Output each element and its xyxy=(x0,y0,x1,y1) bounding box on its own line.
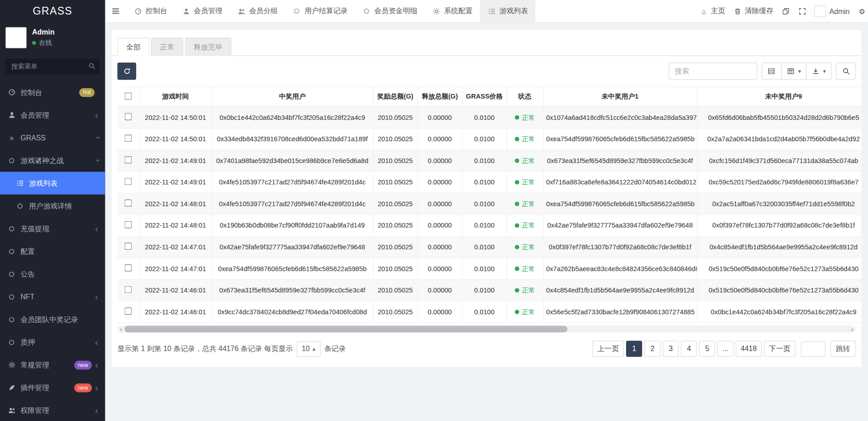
sidebar-item[interactable]: 常规管理new‹ xyxy=(0,353,105,376)
sidebar-item[interactable]: 充值提现‹ xyxy=(0,217,105,240)
row-checkbox[interactable] xyxy=(125,307,132,315)
row-checkbox[interactable] xyxy=(125,221,132,228)
scroll-left-arrow[interactable]: ‹ xyxy=(118,326,125,332)
toggle-view-button[interactable] xyxy=(762,63,782,80)
jump-page-input[interactable] xyxy=(801,341,825,357)
cell-released-total: 0.00000 xyxy=(417,301,462,323)
select-all-checkbox[interactable] xyxy=(125,92,132,99)
table-row: 2022-11-02 14:48:010x4fe51053977c217ad27… xyxy=(118,193,862,215)
sidebar-item[interactable]: 游戏诸神之战‹ xyxy=(0,149,105,172)
sidebar-item[interactable]: 会员管理‹ xyxy=(0,104,105,126)
page-size-dropdown[interactable]: 10 ▴ xyxy=(297,341,320,357)
topnav-items: 控制台会员管理会员分组用户结算记录会员资金明细系统配置游戏列表 xyxy=(126,0,535,22)
page-button[interactable]: 5 xyxy=(699,341,715,357)
row-checkbox[interactable] xyxy=(125,156,132,163)
export-button[interactable]: ▾ xyxy=(806,63,831,80)
row-checkbox[interactable] xyxy=(125,243,132,250)
sidebar-item[interactable]: 插件管理new‹ xyxy=(0,376,105,399)
row-checkbox[interactable] xyxy=(125,113,132,120)
cell-reward-total: 2010.05025 xyxy=(373,150,417,172)
topnav-item[interactable]: 会员资金明细 xyxy=(355,0,425,22)
sidebar-item[interactable]: 控制台hot xyxy=(0,81,105,104)
cell-winner: 0x42ae75fafe9f327775aa33947dfa602ef9e796… xyxy=(211,236,373,258)
cell-checkbox xyxy=(118,279,140,301)
cell-game-time: 2022-11-02 14:50:01 xyxy=(139,128,211,150)
column-header[interactable]: 未中奖用户9 xyxy=(697,87,861,107)
cell-released-total: 0.00000 xyxy=(417,107,462,129)
user-status-label: 在线 xyxy=(39,38,52,48)
sidebar-item-label: NFT xyxy=(20,292,95,301)
clear-cache-link[interactable]: 清除缓存 xyxy=(733,6,773,16)
sidebar-item[interactable]: 会员团队中奖记录 xyxy=(0,308,105,331)
sidebar-item[interactable]: 质押‹ xyxy=(0,331,105,353)
cell-winner: 0xea754df599876065cfeb6d615fbc585622a598… xyxy=(211,258,373,280)
cell-reward-total: 2010.05025 xyxy=(373,258,417,280)
cell-game-time: 2022-11-02 14:49:01 xyxy=(139,150,211,172)
tab[interactable]: 正常 xyxy=(151,38,183,56)
sidebar-item[interactable]: 权限管理‹ xyxy=(0,399,105,421)
row-checkbox[interactable] xyxy=(125,264,132,272)
sidebar-search-input[interactable] xyxy=(5,59,99,74)
page-size-value: 10 xyxy=(302,345,310,353)
refresh-button[interactable] xyxy=(118,63,136,80)
row-checkbox[interactable] xyxy=(125,199,132,207)
column-header[interactable]: GRASS价格 xyxy=(462,87,507,107)
page-button[interactable]: 4418 xyxy=(736,341,761,357)
cell-loser9: 0x0bc1e442c0a624b34bf7fc3f205a16c28f22a4… xyxy=(697,301,861,323)
page-button[interactable]: 4 xyxy=(681,341,697,357)
status-badge: 正常 xyxy=(515,243,535,252)
status-badge: 正常 xyxy=(515,286,535,295)
table-search-input[interactable] xyxy=(669,63,757,80)
column-header[interactable]: 释放总额(G) xyxy=(417,87,462,107)
sidebar-item[interactable]: 用户游戏详情 xyxy=(0,194,105,217)
sidebar-item[interactable]: 公告 xyxy=(0,263,105,285)
cell-grass-price: 0.0100 xyxy=(462,128,507,150)
page-button[interactable]: 2 xyxy=(644,341,660,357)
row-checkbox[interactable] xyxy=(125,178,132,185)
row-checkbox[interactable] xyxy=(125,286,132,293)
topnav-item[interactable]: 控制台 xyxy=(126,0,174,22)
column-header[interactable]: 中奖用户 xyxy=(211,87,373,107)
horizontal-scrollbar[interactable]: ‹ › xyxy=(118,326,856,332)
home-link[interactable]: ⌂ 主页 xyxy=(699,6,725,16)
admin-menu[interactable]: Admin xyxy=(814,5,850,17)
topnav-item[interactable]: 系统配置 xyxy=(425,0,480,22)
sidebar-item[interactable]: »GRASS‹ xyxy=(0,126,105,149)
row-checkbox[interactable] xyxy=(125,134,132,142)
next-page-button[interactable]: 下一页 xyxy=(764,341,796,357)
page-button[interactable]: 1 xyxy=(626,341,642,357)
prev-page-button[interactable]: 上一页 xyxy=(592,341,624,357)
cell-status: 正常 xyxy=(506,172,543,193)
tab[interactable]: 全部 xyxy=(118,38,150,56)
caret-down-icon: ▾ xyxy=(798,68,801,74)
fullscreen-button[interactable] xyxy=(798,7,807,15)
column-header[interactable]: 游戏时间 xyxy=(139,87,211,107)
cell-winner: 0x9cc74dc3784024cb8d9ed27f04eda70406fcd0… xyxy=(211,301,373,323)
columns-button[interactable]: ▾ xyxy=(781,63,806,80)
topnav-item[interactable]: 会员管理 xyxy=(174,0,230,22)
column-header[interactable]: 状态 xyxy=(506,87,543,107)
scrollbar-thumb[interactable] xyxy=(125,326,568,332)
copy-window-button[interactable] xyxy=(781,7,790,15)
sidebar-item[interactable]: 游戏列表 xyxy=(0,172,105,194)
sidebar-item-label: 游戏列表 xyxy=(29,178,98,188)
column-header[interactable]: 奖励总额(G) xyxy=(373,87,417,107)
settings-gear-button[interactable]: ⚙ xyxy=(858,7,867,15)
page-button[interactable]: 3 xyxy=(662,341,678,357)
tab[interactable]: 释放完毕 xyxy=(185,38,231,56)
scroll-right-arrow[interactable]: › xyxy=(848,326,856,332)
data-table-wrap: 游戏时间中奖用户奖励总额(G)释放总额(G)GRASS价格状态未中奖用户1未中奖… xyxy=(118,86,862,323)
ellipsis-button[interactable]: ... xyxy=(717,341,733,357)
cell-game-time: 2022-11-02 14:46:01 xyxy=(139,301,211,323)
menu-toggle-button[interactable] xyxy=(105,0,126,22)
column-header[interactable]: 未中奖用户1 xyxy=(543,87,697,107)
advanced-search-button[interactable] xyxy=(836,63,856,80)
sidebar-item-label: 会员团队中奖记录 xyxy=(20,314,98,324)
topnav-item[interactable]: 用户结算记录 xyxy=(285,0,355,22)
gauge-icon xyxy=(7,89,16,96)
jump-button[interactable]: 跳转 xyxy=(830,341,856,357)
topnav-item[interactable]: 会员分组 xyxy=(230,0,285,22)
sidebar-item[interactable]: 配置 xyxy=(0,240,105,263)
sidebar-item[interactable]: NFT‹ xyxy=(0,285,105,308)
topnav-item[interactable]: 游戏列表 xyxy=(480,0,535,22)
